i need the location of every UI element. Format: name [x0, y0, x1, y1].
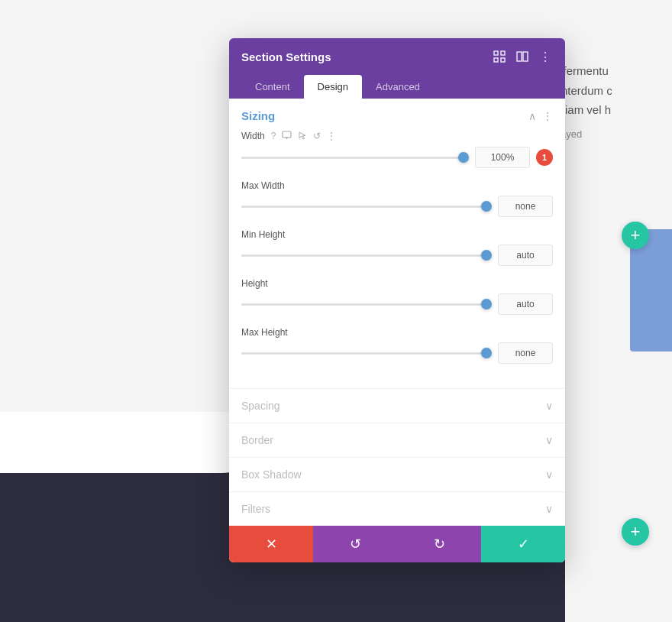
border-chevron-icon: ∨ — [545, 434, 553, 446]
spacing-title: Spacing — [241, 400, 280, 412]
width-undo-icon[interactable]: ↺ — [313, 131, 321, 141]
cancel-icon: ✕ — [266, 536, 277, 552]
max-width-slider-row — [241, 196, 553, 217]
max-width-slider[interactable] — [241, 206, 492, 208]
sizing-title: Sizing — [241, 109, 275, 122]
svg-rect-0 — [494, 51, 498, 55]
header-icons: ⋮ — [492, 49, 553, 64]
filters-chevron-icon: ∨ — [545, 503, 553, 515]
redo-button[interactable]: ↻ — [397, 526, 481, 562]
max-height-label: Max Height — [241, 327, 288, 338]
width-badge: 1 — [536, 149, 553, 166]
max-width-slider-container — [241, 199, 492, 214]
max-height-slider[interactable] — [241, 352, 492, 355]
undo-icon: ↺ — [350, 536, 361, 552]
filters-title: Filters — [241, 503, 270, 515]
max-height-slider-container — [241, 345, 492, 361]
modal-header: Section Settings ⋮ — [229, 38, 565, 75]
width-cursor-icon[interactable] — [298, 131, 307, 142]
width-slider[interactable] — [241, 157, 469, 159]
height-label-row: Height — [241, 278, 553, 289]
width-more-icon[interactable]: ⋮ — [327, 131, 336, 141]
save-icon: ✓ — [518, 536, 529, 552]
modal-footer: ✕ ↺ ↻ ✓ — [229, 526, 565, 562]
border-section[interactable]: Border ∨ — [229, 423, 565, 457]
min-height-value-input[interactable] — [498, 245, 553, 266]
svg-rect-3 — [501, 58, 505, 62]
fab-add-button-2[interactable]: + — [622, 518, 649, 546]
sizing-section-header[interactable]: Sizing ∧ ⋮ — [229, 99, 565, 130]
height-slider[interactable] — [241, 303, 492, 306]
max-width-field-group: Max Width — [241, 180, 553, 217]
bg-white-wave — [0, 412, 267, 473]
section-settings-modal: Section Settings ⋮ Content Design — [229, 38, 565, 562]
min-height-slider[interactable] — [241, 254, 492, 257]
border-title: Border — [241, 434, 273, 446]
modal-title: Section Settings — [241, 50, 331, 63]
width-value-input[interactable] — [475, 147, 530, 168]
more-options-icon[interactable]: ⋮ — [538, 49, 553, 64]
modal-body: Sizing ∧ ⋮ Width ? ↺ ⋮ — [229, 99, 565, 526]
svg-rect-5 — [523, 52, 528, 61]
tab-advanced[interactable]: Advanced — [362, 75, 434, 99]
sizing-content: Width ? ↺ ⋮ 1 — [229, 130, 565, 388]
svg-rect-1 — [501, 51, 505, 55]
columns-icon[interactable] — [515, 49, 530, 64]
sizing-controls: ∧ ⋮ — [528, 110, 553, 122]
fullscreen-icon[interactable] — [492, 49, 507, 64]
max-height-slider-row — [241, 342, 553, 364]
min-height-field-group: Min Height — [241, 229, 553, 266]
tab-design[interactable]: Design — [304, 75, 362, 99]
min-height-label: Min Height — [241, 229, 285, 240]
width-slider-row: 1 — [241, 147, 553, 168]
height-slider-row — [241, 293, 553, 315]
height-slider-container — [241, 296, 492, 312]
width-help-icon[interactable]: ? — [271, 131, 276, 141]
svg-rect-2 — [494, 58, 498, 62]
section-more-icon[interactable]: ⋮ — [542, 110, 553, 122]
save-button[interactable]: ✓ — [481, 526, 565, 562]
box-shadow-title: Box Shadow — [241, 468, 302, 481]
max-width-value-input[interactable] — [498, 196, 553, 217]
height-value-input[interactable] — [498, 293, 553, 315]
svg-rect-6 — [283, 131, 291, 138]
max-width-label: Max Width — [241, 180, 285, 191]
min-height-label-row: Min Height — [241, 229, 553, 240]
width-desktop-icon[interactable] — [282, 130, 292, 142]
width-field-group: Width ? ↺ ⋮ 1 — [241, 130, 553, 168]
box-shadow-chevron-icon: ∨ — [545, 468, 553, 481]
height-field-group: Height — [241, 278, 553, 315]
width-label: Width — [241, 131, 265, 141]
collapse-icon[interactable]: ∧ — [528, 110, 536, 122]
max-height-label-row: Max Height — [241, 327, 553, 338]
filters-section[interactable]: Filters ∨ — [229, 491, 565, 526]
redo-icon: ↻ — [434, 536, 445, 552]
undo-button[interactable]: ↺ — [313, 526, 397, 562]
height-label: Height — [241, 278, 268, 289]
box-shadow-section[interactable]: Box Shadow ∨ — [229, 457, 565, 491]
spacing-chevron-icon: ∨ — [545, 400, 553, 412]
width-label-row: Width ? ↺ ⋮ — [241, 130, 553, 142]
tab-content[interactable]: Content — [241, 75, 304, 99]
min-height-slider-container — [241, 248, 492, 263]
svg-rect-4 — [517, 52, 522, 61]
max-width-label-row: Max Width — [241, 180, 553, 191]
cancel-button[interactable]: ✕ — [229, 526, 313, 562]
max-height-field-group: Max Height — [241, 327, 553, 364]
width-slider-container — [241, 150, 469, 165]
tab-bar: Content Design Advanced — [229, 75, 565, 99]
fab-add-button-1[interactable]: + — [622, 222, 649, 249]
min-height-slider-row — [241, 245, 553, 266]
max-height-value-input[interactable] — [498, 342, 553, 364]
spacing-section[interactable]: Spacing ∨ — [229, 388, 565, 423]
